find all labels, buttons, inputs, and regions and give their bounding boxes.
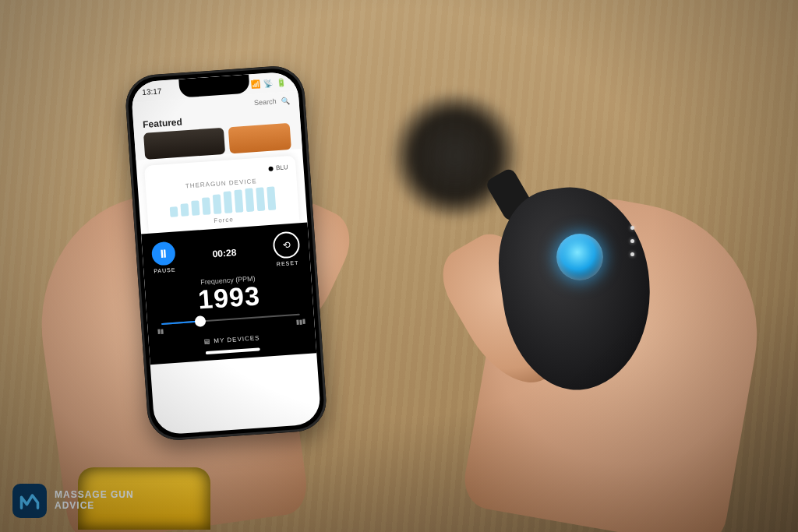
product-photo-scene: 13:17 📶 📡 🔋 Search 🔍 Featured BLU bbox=[0, 0, 798, 532]
vignette bbox=[0, 0, 798, 532]
